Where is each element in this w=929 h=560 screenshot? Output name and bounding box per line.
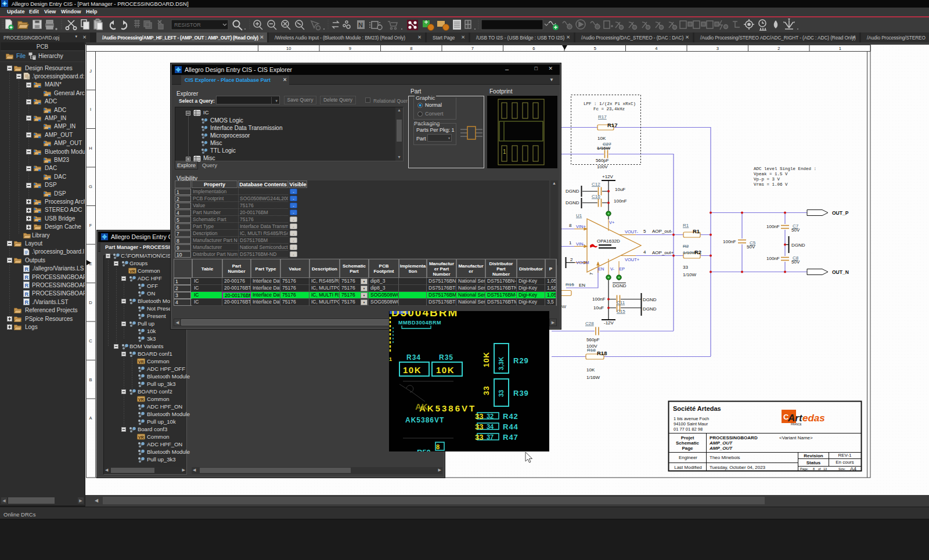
svg-text:1/16W: 1/16W <box>597 146 611 151</box>
svg-text:10K: 10K <box>436 365 455 375</box>
svg-text:R2: R2 <box>683 244 689 249</box>
svg-text:AOP_out-: AOP_out- <box>652 229 672 234</box>
svg-text:R1: R1 <box>683 223 689 228</box>
svg-text:C28: C28 <box>585 321 594 326</box>
svg-text:LPF : 1/(2x Pi xRxC): LPF : 1/(2x Pi xRxC) <box>584 102 636 106</box>
svg-text:R15: R15 <box>566 282 574 287</box>
svg-text:B: B <box>89 377 92 382</box>
svg-text:C12: C12 <box>592 182 600 187</box>
svg-text:50V: 50V <box>747 244 755 250</box>
svg-text:PROCESSINGBOARD: PROCESSINGBOARD <box>710 435 758 440</box>
svg-text:<Variant Name>: <Variant Name> <box>779 435 813 440</box>
svg-text:R17: R17 <box>607 122 617 128</box>
svg-text:Last Modified: Last Modified <box>674 465 702 470</box>
svg-text:R42: R42 <box>503 412 518 421</box>
svg-text:VR: VR <box>138 398 144 402</box>
svg-text:100nF: 100nF <box>614 198 627 204</box>
svg-text:OUT_N: OUT_N <box>832 269 849 275</box>
svg-text:100nF: 100nF <box>766 256 780 261</box>
svg-text:10K: 10K <box>586 367 595 373</box>
svg-text:50V: 50V <box>791 259 800 265</box>
svg-text:Tuesday, October 04, 2023: Tuesday, October 04, 2023 <box>710 465 766 470</box>
svg-text:4: 4 <box>643 250 646 255</box>
svg-text:10K: 10K <box>597 136 606 141</box>
svg-text:VR: VR <box>129 269 135 273</box>
svg-text:V-: V- <box>610 266 615 272</box>
svg-text:R39: R39 <box>513 389 529 398</box>
svg-text:Vrms = 1.06 V: Vrms = 1.06 V <box>754 182 788 187</box>
svg-text:R34: R34 <box>406 353 421 362</box>
svg-text:10uF: 10uF <box>593 305 604 310</box>
svg-text:4: 4 <box>655 46 657 51</box>
svg-text:8: 8 <box>813 467 815 471</box>
svg-text:AMP_OUT: AMP_OUT <box>709 440 733 446</box>
svg-text:AK5386VT: AK5386VT <box>405 416 444 424</box>
svg-text:8: 8 <box>569 223 572 228</box>
svg-text:D: D <box>89 300 92 305</box>
svg-text:34: 34 <box>487 423 494 430</box>
svg-text:OPA1632D: OPA1632D <box>597 239 620 244</box>
svg-text:C16: C16 <box>592 194 600 199</box>
svg-text:100nF: 100nF <box>766 224 780 229</box>
svg-text:33: 33 <box>475 412 483 421</box>
svg-text:AK5386VT: AK5386VT <box>419 403 476 413</box>
svg-text:Schematic: Schematic <box>676 440 700 446</box>
svg-text:1 bis avenue Foch: 1 bis avenue Foch <box>674 416 709 421</box>
svg-text:U1: U1 <box>576 213 582 218</box>
svg-text:560pF: 560pF <box>586 337 600 342</box>
svg-text:100nF: 100nF <box>592 297 606 302</box>
svg-text:Theo Minebois: Theo Minebois <box>710 455 740 460</box>
svg-text:DGND: DGND <box>643 306 657 312</box>
svg-text:MMBD3004BRM: MMBD3004BRM <box>398 320 441 326</box>
svg-text:Status: Status <box>806 460 821 465</box>
svg-text:Projet: Projet <box>681 435 694 440</box>
svg-text:R50: R50 <box>417 448 431 451</box>
svg-text:EN: EN <box>598 266 604 272</box>
svg-text:DGND: DGND <box>791 243 805 248</box>
svg-text:33: 33 <box>475 422 483 431</box>
svg-text:R18: R18 <box>597 350 607 356</box>
svg-text:C: C <box>89 338 92 344</box>
svg-text:Fc = 23,4kHz: Fc = 23,4kHz <box>593 107 625 111</box>
svg-text:DGND: DGND <box>613 283 626 288</box>
svg-text:10: 10 <box>286 46 291 51</box>
svg-text:94100 Saint Maur: 94100 Saint Maur <box>674 421 708 427</box>
svg-text:Page: Page <box>682 446 693 451</box>
svg-text:R: R <box>25 299 29 305</box>
svg-text:33: 33 <box>683 265 688 270</box>
svg-text:6: 6 <box>532 46 535 51</box>
svg-text:2: 2 <box>570 257 573 262</box>
svg-text:VOCM: VOCM <box>576 260 589 265</box>
svg-text:R: R <box>25 291 29 297</box>
svg-text:100V: 100V <box>597 164 608 169</box>
svg-text:R44: R44 <box>503 422 518 431</box>
svg-text:Art: Art <box>787 413 803 424</box>
svg-text:1/16W: 1/16W <box>586 375 600 380</box>
svg-text:10K: 10K <box>403 365 422 375</box>
svg-text:8: 8 <box>436 443 440 450</box>
svg-text:AOP_out+: AOP_out+ <box>652 250 674 255</box>
svg-text:Société Artedas: Société Artedas <box>673 405 721 412</box>
svg-text:1: 1 <box>503 149 506 155</box>
svg-text:C15: C15 <box>617 309 625 314</box>
svg-text:R1: R1 <box>693 228 700 234</box>
svg-text:R: R <box>25 283 29 288</box>
svg-text:Page:: Page: <box>800 467 809 471</box>
svg-text:A: A <box>89 416 92 421</box>
svg-text:3,3K: 3,3K <box>498 357 505 370</box>
svg-text:C11: C11 <box>617 300 625 305</box>
svg-text:VOUT-: VOUT- <box>625 229 638 234</box>
svg-text:R: R <box>25 274 29 280</box>
svg-text:01 77 01 82 98: 01 77 01 82 98 <box>674 427 703 432</box>
svg-text:D3004BRM: D3004BRM <box>391 311 458 319</box>
svg-text:J: J <box>89 68 92 74</box>
svg-text:5: 5 <box>594 46 596 51</box>
svg-text:AMP_OUT: AMP_OUT <box>709 446 733 451</box>
svg-text:VIN+: VIN+ <box>576 224 586 229</box>
svg-text:VR: VR <box>138 435 144 439</box>
svg-text:9: 9 <box>349 46 351 51</box>
svg-text:V+: V+ <box>609 220 615 225</box>
svg-text:100nF: 100nF <box>723 239 736 244</box>
svg-text:33: 33 <box>475 433 483 442</box>
svg-text:7: 7 <box>589 272 594 275</box>
